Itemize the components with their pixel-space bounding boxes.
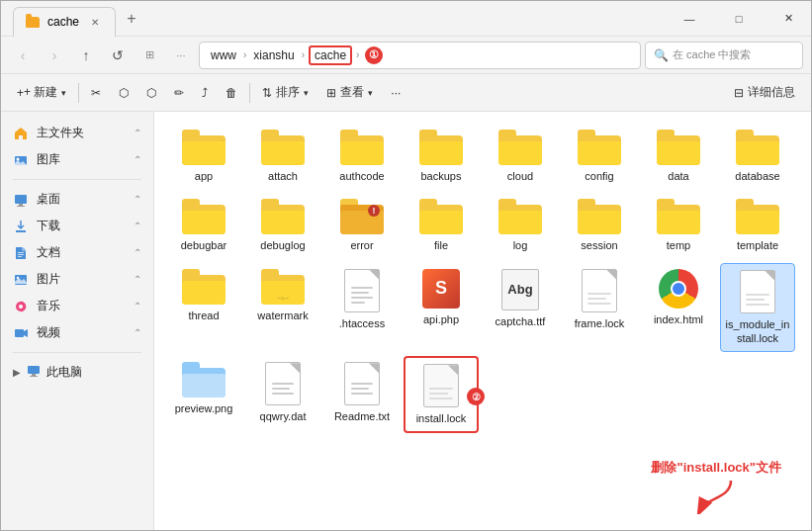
sublime-icon: S bbox=[422, 269, 460, 309]
file-item-template[interactable]: template bbox=[720, 193, 795, 258]
delete-button[interactable]: 🗑 bbox=[218, 79, 245, 107]
file-item-htaccess[interactable]: .htaccess bbox=[324, 263, 400, 353]
more-nav-button[interactable]: ··· bbox=[167, 42, 195, 69]
detail-button[interactable]: ⊟ 详细信息 bbox=[726, 79, 803, 107]
view-button[interactable]: ⊞ 查看 ▾ bbox=[318, 79, 381, 107]
file-item-debuglog[interactable]: debuglog bbox=[245, 193, 320, 258]
sidebar-item-documents[interactable]: 文档 ⌃ bbox=[5, 239, 149, 266]
file-item-app[interactable]: app bbox=[166, 124, 241, 189]
sidebar-home-label: 主文件夹 bbox=[37, 125, 84, 141]
new-tab-button[interactable]: + bbox=[120, 7, 143, 31]
file-item-ismoduleinstalllock[interactable]: is_module_install.lock bbox=[720, 263, 795, 353]
new-button[interactable]: + + 新建 ▾ bbox=[9, 79, 74, 107]
svg-rect-7 bbox=[18, 256, 22, 257]
font-icon: Abg bbox=[501, 269, 539, 310]
file-item-data[interactable]: data bbox=[641, 124, 716, 189]
active-tab[interactable]: cache ✕ bbox=[13, 7, 116, 37]
file-item-apiphp[interactable]: S api.php bbox=[404, 263, 479, 353]
maximize-button[interactable]: □ bbox=[716, 4, 762, 34]
tab-close-button[interactable]: ✕ bbox=[87, 14, 103, 30]
file-item-file[interactable]: file bbox=[404, 193, 479, 258]
refresh-button[interactable]: ↺ bbox=[104, 42, 132, 69]
file-item-thread[interactable]: thread bbox=[166, 263, 241, 353]
sidebar-item-home[interactable]: 主文件夹 ⌃ bbox=[5, 120, 149, 146]
sidebar-item-music[interactable]: 音乐 ⌃ bbox=[5, 293, 149, 319]
file-item-watermark[interactable]: ~≈~ watermark bbox=[245, 263, 320, 353]
breadcrumb-cache[interactable]: cache bbox=[309, 45, 352, 65]
file-item-captchattf[interactable]: Abg captcha.ttf bbox=[483, 263, 558, 353]
folder-icon-log bbox=[498, 199, 542, 234]
close-button[interactable]: ✕ bbox=[766, 4, 811, 34]
file-item-error[interactable]: ! error bbox=[324, 193, 400, 258]
sidebar-item-desktop[interactable]: 桌面 ⌃ bbox=[5, 186, 149, 213]
delete-arrow-icon bbox=[696, 479, 736, 514]
breadcrumb-xianshu[interactable]: xianshu bbox=[250, 46, 297, 64]
sort-button[interactable]: ⇅ 排序 ▾ bbox=[254, 79, 316, 107]
folder-icon-cloud bbox=[498, 130, 542, 165]
file-item-cloud[interactable]: cloud bbox=[483, 124, 558, 189]
file-item-temp[interactable]: temp bbox=[641, 193, 716, 258]
paste-icon: ⬡ bbox=[146, 86, 156, 100]
detail-label: 详细信息 bbox=[748, 84, 795, 101]
sidebar-item-videos[interactable]: 视频 ⌃ bbox=[5, 319, 149, 346]
file-item-config[interactable]: config bbox=[562, 124, 637, 189]
file-item-authcode[interactable]: authcode bbox=[324, 124, 400, 189]
folder-icon-watermark: ~≈~ bbox=[261, 269, 305, 305]
file-item-database[interactable]: database bbox=[720, 124, 795, 189]
file-label-framelock: frame.lock bbox=[575, 316, 625, 330]
sidebar-item-pictures[interactable]: 图片 ⌃ bbox=[5, 266, 149, 293]
file-item-debugbar[interactable]: debugbar bbox=[166, 193, 241, 258]
file-item-installlock[interactable]: install.lock ② bbox=[404, 356, 479, 433]
htaccess-doc-icon bbox=[344, 269, 380, 312]
copy-button[interactable]: ⬡ bbox=[111, 79, 136, 107]
file-item-backups[interactable]: backups bbox=[404, 124, 479, 189]
file-item-attach[interactable]: attach bbox=[245, 124, 320, 189]
breadcrumb-www[interactable]: www bbox=[208, 46, 239, 64]
file-item-readmetxt[interactable]: Readme.txt bbox=[324, 356, 400, 433]
folder-icon-database bbox=[736, 130, 779, 165]
sidebar-desktop-label: 桌面 bbox=[37, 191, 60, 208]
search-box[interactable]: 🔍 在 cache 中搜索 bbox=[645, 42, 803, 69]
file-item-indexhtml[interactable]: index.html bbox=[641, 263, 716, 353]
cut-button[interactable]: ✂ bbox=[83, 79, 109, 107]
sidebar-item-pc[interactable]: ▶ 此电脑 bbox=[5, 359, 149, 386]
file-item-log[interactable]: log bbox=[483, 193, 558, 258]
sidebar-videos-label: 视频 bbox=[37, 324, 60, 341]
sidebar-item-gallery[interactable]: 图库 ⌃ bbox=[5, 146, 149, 173]
file-label-debuglog: debuglog bbox=[260, 238, 305, 252]
minimize-button[interactable]: — bbox=[667, 4, 712, 34]
sidebar-quick-access: 主文件夹 ⌃ 图库 ⌃ bbox=[5, 120, 149, 173]
up-button[interactable]: ↑ bbox=[72, 42, 100, 69]
sidebar-pc-label: 此电脑 bbox=[46, 364, 82, 381]
folder-icon-app bbox=[182, 130, 226, 165]
readme-icon bbox=[344, 362, 380, 405]
file-label-qqwrydat: qqwry.dat bbox=[260, 409, 307, 423]
forward-button[interactable]: › bbox=[41, 42, 68, 69]
svg-rect-12 bbox=[15, 329, 24, 337]
folder-icon-file bbox=[419, 199, 463, 234]
file-label-watermark: watermark bbox=[257, 309, 308, 322]
share-button[interactable]: ⤴ bbox=[194, 79, 216, 107]
share-icon: ⤴ bbox=[202, 86, 208, 100]
address-bar[interactable]: www › xianshu › cache › ① bbox=[199, 42, 641, 69]
desktop-pin: ⌃ bbox=[134, 194, 141, 205]
folder-icon-debugbar bbox=[182, 199, 226, 234]
search-icon: 🔍 bbox=[654, 48, 669, 62]
file-item-qqwrydat[interactable]: qqwry.dat bbox=[245, 356, 320, 433]
folder-icon-thread bbox=[182, 269, 226, 305]
path-button[interactable]: ⊞ bbox=[135, 42, 163, 69]
rename-button[interactable]: ✏ bbox=[166, 79, 192, 107]
pictures-icon bbox=[13, 272, 29, 288]
paste-button[interactable]: ⬡ bbox=[138, 79, 164, 107]
installlock-icon bbox=[423, 364, 459, 407]
tab-folder-icon bbox=[26, 17, 40, 28]
breadcrumb-sep-2: › bbox=[302, 49, 305, 60]
file-item-framelock[interactable]: frame.lock bbox=[562, 263, 637, 353]
file-label-indexhtml: index.html bbox=[654, 312, 703, 326]
back-button[interactable]: ‹ bbox=[9, 42, 37, 69]
more-button[interactable]: ··· bbox=[383, 79, 408, 107]
file-item-previewpng[interactable]: preview.png bbox=[166, 356, 241, 433]
file-item-session[interactable]: session bbox=[562, 193, 637, 258]
preview-folder-icon bbox=[182, 362, 226, 398]
sidebar-item-downloads[interactable]: 下载 ⌃ bbox=[5, 213, 149, 239]
